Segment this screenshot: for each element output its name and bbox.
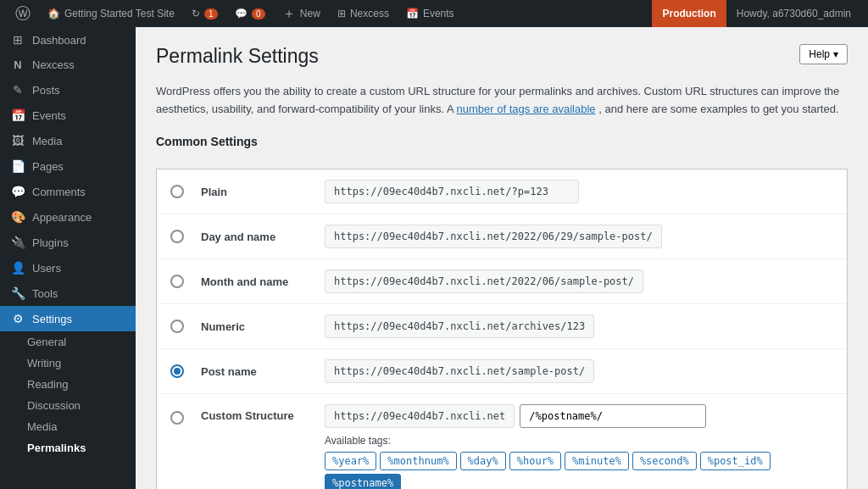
comments-item[interactable]: 💬 0 <box>226 0 274 27</box>
radio-post-name[interactable] <box>170 364 184 378</box>
available-tags-label: Available tags: <box>325 435 833 447</box>
tag-monthnum[interactable]: %monthnum% <box>380 452 456 470</box>
label-post-name: Post name <box>201 365 257 378</box>
sidebar-label-tools: Tools <box>32 287 58 300</box>
radio-numeric[interactable] <box>170 320 184 333</box>
permalink-row-numeric: Numeric https://09ec40d4b7.nxcli.net/arc… <box>157 304 847 349</box>
settings-icon: ⚙ <box>10 312 25 325</box>
sidebar-item-nexcess[interactable]: N Nexcess <box>0 53 136 77</box>
sidebar-item-users[interactable]: 👤 Users <box>0 255 136 281</box>
sidebar-item-settings[interactable]: ⚙ Settings <box>0 306 136 331</box>
sidebar: ⊞ Dashboard N Nexcess ✎ Posts 📅 Events 🖼… <box>0 27 136 489</box>
sidebar-label-media: Media <box>32 135 62 147</box>
custom-url-group: https://09ec40d4b7.nxcli.net <box>325 404 833 428</box>
site-name-label: Getting Started Test Site <box>64 8 175 19</box>
sidebar-label-appearance: Appearance <box>32 211 92 224</box>
page-description: WordPress offers you the ability to crea… <box>156 83 848 119</box>
sidebar-label-events: Events <box>32 109 66 122</box>
radio-plain[interactable] <box>170 185 184 198</box>
tag-post-id[interactable]: %post_id% <box>700 452 771 470</box>
sidebar-sub-media[interactable]: Media <box>0 416 136 437</box>
nexcess-icon: ⊞ <box>337 8 346 19</box>
events-label: Events <box>423 8 454 19</box>
sidebar-item-plugins[interactable]: 🔌 Plugins <box>0 230 136 255</box>
pages-icon: 📄 <box>10 159 25 173</box>
site-name-item[interactable]: 🏠 Getting Started Test Site <box>39 0 183 27</box>
permalink-row-custom: Custom Structure https://09ec40d4b7.nxcl… <box>157 394 847 489</box>
updates-item[interactable]: ↻ 1 <box>183 0 226 27</box>
radio-month-name[interactable] <box>170 275 184 288</box>
main-layout: ⊞ Dashboard N Nexcess ✎ Posts 📅 Events 🖼… <box>0 27 868 489</box>
tools-icon: 🔧 <box>10 286 25 300</box>
label-day-name: Day and name <box>201 231 275 243</box>
sidebar-item-tools[interactable]: 🔧 Tools <box>0 281 136 306</box>
home-icon: 🏠 <box>47 8 60 19</box>
description-link[interactable]: number of tags are available <box>457 103 596 115</box>
sidebar-item-appearance[interactable]: 🎨 Appearance <box>0 204 136 230</box>
radio-custom-structure[interactable] <box>170 411 184 425</box>
comments-sidebar-icon: 💬 <box>10 185 25 198</box>
nexcess-label: Nexcess <box>350 8 389 19</box>
tag-second[interactable]: %second% <box>632 452 697 470</box>
section-title: Common Settings <box>156 135 848 155</box>
updates-icon: ↻ <box>192 8 200 19</box>
new-label: New <box>300 8 320 19</box>
help-label: Help <box>809 48 830 60</box>
comments-badge: 0 <box>252 8 265 19</box>
page-title: Permalink Settings <box>156 44 848 69</box>
posts-icon: ✎ <box>10 83 25 97</box>
events-sidebar-icon: 📅 <box>10 108 25 122</box>
tag-hour[interactable]: %hour% <box>509 452 561 470</box>
sidebar-label-nexcess: Nexcess <box>32 58 75 71</box>
sidebar-item-comments[interactable]: 💬 Comments <box>0 179 136 204</box>
permalink-row-plain: Plain https://09ec40d4b7.nxcli.net/?p=12… <box>157 169 847 214</box>
sidebar-label-users: Users <box>32 262 61 275</box>
users-icon: 👤 <box>10 261 25 275</box>
sidebar-item-posts[interactable]: ✎ Posts <box>0 77 136 103</box>
sidebar-sub-discussion[interactable]: Discussion <box>0 395 136 416</box>
sidebar-item-pages[interactable]: 📄 Pages <box>0 153 136 179</box>
adminbar-right: Production Howdy, a6730d60_admin <box>652 0 861 27</box>
available-tags-section: Available tags: %year% %monthnum% %day% … <box>325 435 833 489</box>
sidebar-item-events[interactable]: 📅 Events <box>0 103 136 128</box>
dashboard-icon: ⊞ <box>10 33 25 47</box>
nexcess-item[interactable]: ⊞ Nexcess <box>329 0 398 27</box>
sidebar-sub-general[interactable]: General <box>0 331 136 353</box>
custom-url-input[interactable] <box>520 404 706 428</box>
media-icon: 🖼 <box>10 134 25 147</box>
url-month-name: https://09ec40d4b7.nxcli.net/2022/06/sam… <box>325 270 643 293</box>
url-day-name: https://09ec40d4b7.nxcli.net/2022/06/29/… <box>325 225 662 248</box>
plugins-icon: 🔌 <box>10 236 25 249</box>
tag-year[interactable]: %year% <box>325 452 376 470</box>
nexcess-sidebar-icon: N <box>10 58 25 71</box>
howdy-item[interactable]: Howdy, a6730d60_admin <box>726 0 861 27</box>
radio-day-name[interactable] <box>170 230 184 243</box>
url-plain: https://09ec40d4b7.nxcli.net/?p=123 <box>325 180 579 203</box>
help-button[interactable]: Help ▾ <box>799 44 848 64</box>
sidebar-sub-reading[interactable]: Reading <box>0 374 136 395</box>
tags-row-1: %year% %monthnum% %day% %hour% %minute% … <box>325 452 833 489</box>
production-label: Production <box>662 8 715 19</box>
permalink-settings-table: Plain https://09ec40d4b7.nxcli.net/?p=12… <box>156 169 848 489</box>
events-item[interactable]: 📅 Events <box>398 0 463 27</box>
label-plain: Plain <box>201 186 227 198</box>
new-item[interactable]: ＋ New <box>274 0 329 27</box>
permalink-row-month-name: Month and name https://09ec40d4b7.nxcli.… <box>157 259 847 304</box>
sidebar-sub-permalinks[interactable]: Permalinks <box>0 437 136 458</box>
comments-icon: 💬 <box>235 8 248 19</box>
label-month-name: Month and name <box>201 275 288 288</box>
wp-logo-item[interactable]: ⓦ <box>7 0 39 27</box>
sidebar-label-pages: Pages <box>32 160 64 173</box>
tag-postname[interactable]: %postname% <box>325 474 401 489</box>
help-chevron-icon: ▾ <box>833 48 838 60</box>
description-text-2: , and here are some examples to get you … <box>598 103 838 115</box>
appearance-icon: 🎨 <box>10 210 25 224</box>
tag-minute[interactable]: %minute% <box>565 452 629 470</box>
main-content: Help ▾ Permalink Settings WordPress offe… <box>136 27 868 489</box>
sidebar-item-dashboard[interactable]: ⊞ Dashboard <box>0 27 136 53</box>
sidebar-label-settings: Settings <box>32 313 72 325</box>
sidebar-label-posts: Posts <box>32 84 60 97</box>
sidebar-item-media[interactable]: 🖼 Media <box>0 128 136 153</box>
tag-day[interactable]: %day% <box>460 452 506 470</box>
sidebar-sub-writing[interactable]: Writing <box>0 353 136 374</box>
